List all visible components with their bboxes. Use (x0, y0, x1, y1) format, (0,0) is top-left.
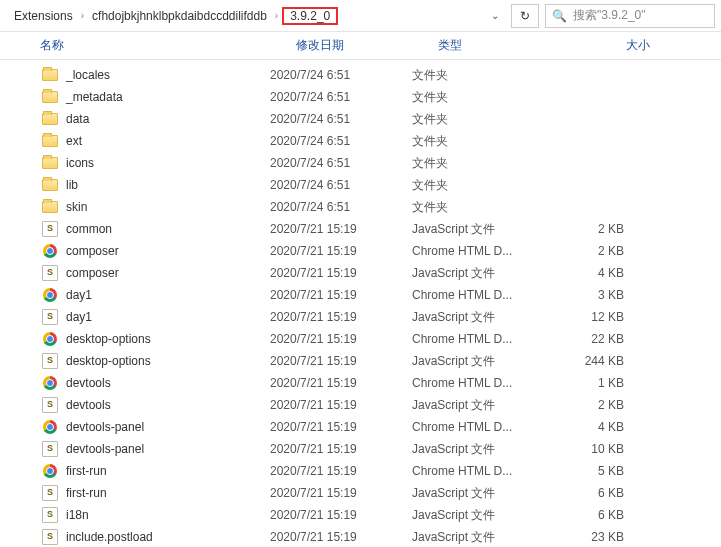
chevron-right-icon: › (275, 10, 278, 21)
file-date: 2020/7/24 6:51 (270, 178, 412, 192)
file-date: 2020/7/24 6:51 (270, 90, 412, 104)
column-header: 名称 修改日期 类型 大小 (0, 32, 721, 60)
file-date: 2020/7/24 6:51 (270, 68, 412, 82)
file-name-cell: icons (40, 155, 270, 171)
file-date: 2020/7/21 15:19 (270, 398, 412, 412)
col-header-date[interactable]: 修改日期 (296, 37, 438, 54)
file-name: data (66, 112, 89, 126)
file-row[interactable]: icons2020/7/24 6:51文件夹 (0, 152, 721, 174)
file-type: JavaScript 文件 (412, 265, 554, 282)
file-type: 文件夹 (412, 199, 554, 216)
file-type: Chrome HTML D... (412, 420, 554, 434)
file-name: i18n (66, 508, 89, 522)
file-name: first-run (66, 486, 107, 500)
file-size: 5 KB (554, 464, 634, 478)
file-type: 文件夹 (412, 111, 554, 128)
file-row[interactable]: include.postload2020/7/21 15:19JavaScrip… (0, 526, 721, 547)
file-row[interactable]: devtools2020/7/21 15:19Chrome HTML D...1… (0, 372, 721, 394)
file-type: Chrome HTML D... (412, 288, 554, 302)
file-name-cell: include.postload (40, 529, 270, 545)
file-type: 文件夹 (412, 177, 554, 194)
file-size: 23 KB (554, 530, 634, 544)
address-toolbar: Extensions›cfhdojbkjhnklbpkdaibdccddilif… (0, 0, 721, 32)
js-file-icon (40, 221, 60, 237)
chrome-icon (40, 331, 60, 347)
file-name: devtools (66, 398, 111, 412)
chrome-icon (40, 419, 60, 435)
file-row[interactable]: devtools2020/7/21 15:19JavaScript 文件2 KB (0, 394, 721, 416)
file-name: ext (66, 134, 82, 148)
file-name-cell: common (40, 221, 270, 237)
file-row[interactable]: common2020/7/21 15:19JavaScript 文件2 KB (0, 218, 721, 240)
file-row[interactable]: i18n2020/7/21 15:19JavaScript 文件6 KB (0, 504, 721, 526)
js-file-icon (40, 353, 60, 369)
file-date: 2020/7/21 15:19 (270, 486, 412, 500)
file-row[interactable]: devtools-panel2020/7/21 15:19JavaScript … (0, 438, 721, 460)
col-header-type[interactable]: 类型 (438, 37, 580, 54)
file-row[interactable]: _locales2020/7/24 6:51文件夹 (0, 64, 721, 86)
js-file-icon (40, 265, 60, 281)
file-name-cell: devtools (40, 397, 270, 413)
file-row[interactable]: _metadata2020/7/24 6:51文件夹 (0, 86, 721, 108)
file-name-cell: desktop-options (40, 331, 270, 347)
file-type: JavaScript 文件 (412, 309, 554, 326)
file-row[interactable]: day12020/7/21 15:19JavaScript 文件12 KB (0, 306, 721, 328)
file-date: 2020/7/21 15:19 (270, 310, 412, 324)
file-name-cell: _locales (40, 67, 270, 83)
file-type: Chrome HTML D... (412, 376, 554, 390)
file-size: 2 KB (554, 222, 634, 236)
file-row[interactable]: first-run2020/7/21 15:19JavaScript 文件6 K… (0, 482, 721, 504)
breadcrumb-item[interactable]: Extensions (10, 7, 77, 25)
file-date: 2020/7/21 15:19 (270, 376, 412, 390)
file-row[interactable]: skin2020/7/24 6:51文件夹 (0, 196, 721, 218)
breadcrumb-item[interactable]: 3.9.2_0 (282, 7, 338, 25)
folder-icon (40, 67, 60, 83)
chevron-right-icon: › (81, 10, 84, 21)
file-name-cell: first-run (40, 463, 270, 479)
file-size: 244 KB (554, 354, 634, 368)
file-name-cell: _metadata (40, 89, 270, 105)
file-size: 4 KB (554, 420, 634, 434)
breadcrumb[interactable]: Extensions›cfhdojbkjhnklbpkdaibdccddilif… (6, 4, 481, 28)
file-row[interactable]: lib2020/7/24 6:51文件夹 (0, 174, 721, 196)
file-row[interactable]: composer2020/7/21 15:19Chrome HTML D...2… (0, 240, 721, 262)
breadcrumb-dropdown[interactable]: ⌄ (485, 10, 505, 21)
file-size: 6 KB (554, 486, 634, 500)
file-name-cell: day1 (40, 309, 270, 325)
file-name: include.postload (66, 530, 153, 544)
folder-icon (40, 111, 60, 127)
chrome-icon (40, 375, 60, 391)
file-date: 2020/7/24 6:51 (270, 156, 412, 170)
col-header-name[interactable]: 名称 (40, 37, 296, 54)
file-row[interactable]: day12020/7/21 15:19Chrome HTML D...3 KB (0, 284, 721, 306)
file-row[interactable]: desktop-options2020/7/21 15:19JavaScript… (0, 350, 721, 372)
file-size: 22 KB (554, 332, 634, 346)
file-type: 文件夹 (412, 155, 554, 172)
file-row[interactable]: composer2020/7/21 15:19JavaScript 文件4 KB (0, 262, 721, 284)
file-name-cell: data (40, 111, 270, 127)
js-file-icon (40, 397, 60, 413)
js-file-icon (40, 507, 60, 523)
file-name-cell: day1 (40, 287, 270, 303)
breadcrumb-item[interactable]: cfhdojbkjhnklbpkdaibdccddilifddb (88, 7, 271, 25)
file-name: day1 (66, 288, 92, 302)
chrome-icon (40, 463, 60, 479)
file-date: 2020/7/21 15:19 (270, 508, 412, 522)
search-placeholder: 搜索"3.9.2_0" (573, 7, 646, 24)
file-name-cell: ext (40, 133, 270, 149)
file-row[interactable]: desktop-options2020/7/21 15:19Chrome HTM… (0, 328, 721, 350)
file-name-cell: lib (40, 177, 270, 193)
file-name: desktop-options (66, 332, 151, 346)
file-date: 2020/7/24 6:51 (270, 134, 412, 148)
file-row[interactable]: data2020/7/24 6:51文件夹 (0, 108, 721, 130)
col-header-size[interactable]: 大小 (580, 37, 660, 54)
search-input[interactable]: 🔍 搜索"3.9.2_0" (545, 4, 715, 28)
file-row[interactable]: ext2020/7/24 6:51文件夹 (0, 130, 721, 152)
refresh-button[interactable]: ↻ (511, 4, 539, 28)
file-row[interactable]: first-run2020/7/21 15:19Chrome HTML D...… (0, 460, 721, 482)
file-row[interactable]: devtools-panel2020/7/21 15:19Chrome HTML… (0, 416, 721, 438)
refresh-icon: ↻ (520, 9, 530, 23)
file-date: 2020/7/21 15:19 (270, 222, 412, 236)
file-size: 10 KB (554, 442, 634, 456)
file-name: devtools (66, 376, 111, 390)
